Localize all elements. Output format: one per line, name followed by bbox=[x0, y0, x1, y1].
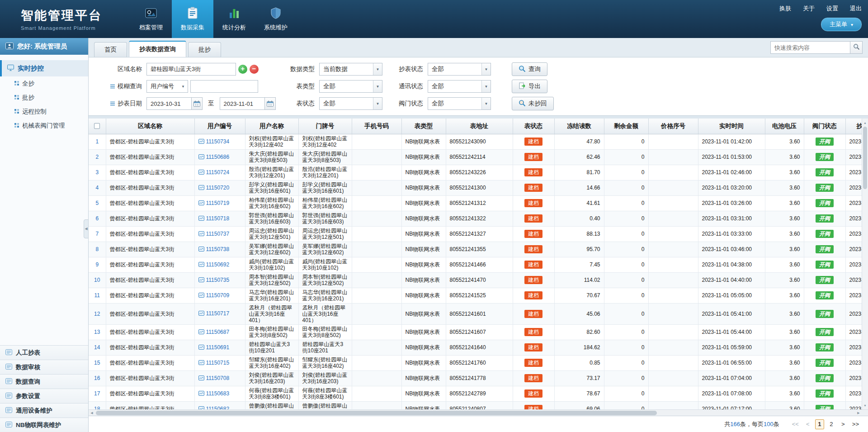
scroll-down-icon[interactable]: ▼ bbox=[862, 402, 868, 408]
user-no-link[interactable]: 11150687 bbox=[206, 329, 230, 335]
horizontal-scrollbar-thumb[interactable] bbox=[96, 411, 657, 415]
tab-batch-reading[interactable]: 批抄 bbox=[188, 42, 221, 57]
scroll-left-icon[interactable]: ◀ bbox=[89, 410, 95, 416]
table-row[interactable]: 5曾都区-碧桂园翠山蓝天3街11150719柏伟星(碧桂园翠山蓝天3街16座60… bbox=[89, 195, 862, 211]
sidebar-item-device-maintenance[interactable]: 通用设备维护 bbox=[0, 403, 88, 418]
cell-user-no[interactable]: 11150724 bbox=[194, 165, 245, 180]
remove-area-button[interactable]: − bbox=[250, 65, 259, 74]
cell-user-no[interactable]: 11150738 bbox=[194, 242, 245, 257]
calendar-icon[interactable] bbox=[265, 97, 276, 110]
prev-page-button[interactable]: < bbox=[803, 419, 812, 429]
calendar-icon[interactable] bbox=[192, 97, 203, 110]
scroll-right-icon[interactable]: ▶ bbox=[855, 410, 862, 416]
user-no-link[interactable]: 11150683 bbox=[206, 390, 230, 397]
table-row[interactable]: 8曾都区-碧桂园翠山蓝天3街11150738吴军娜(碧桂园翠山蓝天3街12座60… bbox=[89, 242, 862, 257]
table-row[interactable]: 6曾都区-碧桂园翠山蓝天3街11150718郭世强(碧桂园翠山蓝天3街16座60… bbox=[89, 211, 862, 226]
table-row[interactable]: 7曾都区-碧桂园翠山蓝天3街11150737周运忠(碧桂园翠山蓝天3街12座50… bbox=[89, 226, 862, 242]
user-no-link[interactable]: 11150682 bbox=[206, 406, 230, 410]
sidebar-item-data-review[interactable]: 数据审核 bbox=[0, 360, 88, 374]
cell-user-no[interactable]: 11150683 bbox=[194, 386, 245, 401]
cell-user-no[interactable]: 11150719 bbox=[194, 195, 245, 211]
search-button[interactable] bbox=[850, 41, 863, 54]
cell-user-no[interactable]: 11150692 bbox=[194, 257, 245, 272]
sidebar-item-remote-control[interactable]: 远程控制 bbox=[0, 104, 88, 119]
cell-user-no[interactable]: 11150691 bbox=[194, 340, 245, 355]
table-row[interactable]: 4曾都区-碧桂园翠山蓝天3街11150720彭学义(碧桂园翠山蓝天3街16座60… bbox=[89, 180, 862, 195]
data-type-select[interactable]: 当前数据 ▼ bbox=[319, 63, 382, 76]
read-status-select[interactable]: 全部 ▼ bbox=[428, 63, 491, 76]
about-link[interactable]: 关于 bbox=[803, 5, 815, 13]
export-button[interactable]: 导出 bbox=[512, 80, 547, 93]
main-menu-button[interactable]: 主菜单 ▾ bbox=[821, 18, 862, 31]
table-row[interactable]: 2曾都区-碧桂园翠山蓝天3街11150686朱大庆(碧桂园翠山蓝天3街8座503… bbox=[89, 149, 862, 165]
nav-statistics[interactable]: 统计分析 bbox=[213, 0, 255, 38]
cell-user-no[interactable]: 11150687 bbox=[194, 324, 245, 340]
table-row[interactable]: 12曾都区-碧桂园翠山蓝天3街11150717孟秋月（碧桂园翠山蓝天3街16座4… bbox=[89, 303, 862, 324]
user-no-link[interactable]: 11150720 bbox=[206, 185, 230, 191]
user-no-link[interactable]: 11150738 bbox=[206, 246, 230, 252]
sidebar-item-realtime-reading[interactable]: 实时抄控 bbox=[0, 60, 88, 76]
user-no-link[interactable]: 11150715 bbox=[206, 360, 230, 366]
cell-user-no[interactable]: 11150686 bbox=[194, 149, 245, 165]
cell-user-no[interactable]: 11150737 bbox=[194, 226, 245, 242]
first-page-button[interactable]: << bbox=[790, 419, 801, 429]
table-row[interactable]: 10曾都区-碧桂园翠山蓝天3街11150735周本智(碧桂园翠山蓝天3街12座5… bbox=[89, 272, 862, 288]
select-all-header[interactable] bbox=[89, 119, 106, 134]
nav-archive-management[interactable]: 档案管理 bbox=[130, 0, 172, 38]
user-no-link[interactable]: 11150718 bbox=[206, 215, 230, 222]
date-from-input[interactable] bbox=[146, 97, 192, 110]
cell-user-no[interactable]: 11150715 bbox=[194, 355, 245, 370]
cell-user-no[interactable]: 11150709 bbox=[194, 288, 245, 303]
valve-status-select[interactable]: 全部 ▼ bbox=[428, 97, 491, 110]
table-row[interactable]: 1曾都区-碧桂园翠山蓝天3街11150734刘权(碧桂园翠山蓝天3街12座402… bbox=[89, 134, 862, 149]
settings-link[interactable]: 设置 bbox=[826, 5, 838, 13]
logout-link[interactable]: 退出 bbox=[850, 5, 862, 13]
table-row[interactable]: 16曾都区-碧桂园翠山蓝天3街11150708刘俊(碧桂园翠山蓝天3街16座20… bbox=[89, 370, 862, 386]
page-button-1[interactable]: 1 bbox=[815, 419, 824, 429]
change-skin-link[interactable]: 换肤 bbox=[779, 5, 791, 13]
table-row[interactable]: 3曾都区-碧桂园翠山蓝天3街11150724殷浩(碧桂园翠山蓝天3街12座201… bbox=[89, 165, 862, 180]
table-row[interactable]: 11曾都区-碧桂园翠山蓝天3街11150709马志华(碧桂园翠山蓝天3街16座2… bbox=[89, 288, 862, 303]
table-row[interactable]: 15曾都区-碧桂园翠山蓝天3街11150715邹耀东(碧桂园翠山蓝天3街16座4… bbox=[89, 355, 862, 370]
select-all-checkbox[interactable] bbox=[94, 123, 100, 129]
user-no-link[interactable]: 11150737 bbox=[206, 231, 230, 237]
add-area-button[interactable]: + bbox=[238, 65, 247, 74]
sidebar-item-parameter-settings[interactable]: 参数设置 bbox=[0, 389, 88, 403]
horizontal-scrollbar[interactable]: ◀ ▶ bbox=[89, 409, 868, 416]
user-no-link[interactable]: 11150691 bbox=[206, 344, 230, 351]
user-no-link[interactable]: 11150735 bbox=[206, 277, 230, 283]
quick-search-input[interactable] bbox=[770, 41, 850, 54]
cell-user-no[interactable]: 11150708 bbox=[194, 370, 245, 386]
sidebar-item-batch-reading[interactable]: 批抄 bbox=[0, 90, 88, 104]
date-to-input[interactable] bbox=[220, 97, 265, 110]
meter-type-select[interactable]: 全部 ▼ bbox=[319, 80, 382, 93]
table-row[interactable]: 17曾都区-碧桂园翠山蓝天3街11150683何薇(碧桂园翠山蓝天3街8座3楼6… bbox=[89, 386, 862, 401]
tab-meter-data-query[interactable]: 抄表数据查询 bbox=[129, 41, 186, 57]
user-no-link[interactable]: 11150717 bbox=[206, 310, 230, 317]
user-no-link[interactable]: 11150719 bbox=[206, 200, 230, 206]
next-page-button[interactable]: > bbox=[839, 419, 848, 429]
fuzzy-field-select[interactable]: 用户编号 ▼ bbox=[146, 80, 188, 93]
scroll-up-icon[interactable]: ▲ bbox=[862, 119, 868, 126]
user-no-link[interactable]: 11150709 bbox=[206, 292, 230, 299]
nav-system-maintenance[interactable]: 系统维护 bbox=[255, 0, 297, 38]
page-button-2[interactable]: 2 bbox=[827, 419, 836, 429]
last-page-button[interactable]: >> bbox=[850, 419, 861, 429]
cell-user-no[interactable]: 11150734 bbox=[194, 134, 245, 149]
table-row[interactable]: 13曾都区-碧桂园翠山蓝天3街11150687田冬梅(碧桂园翠山蓝天3街8座50… bbox=[89, 324, 862, 340]
table-row[interactable]: 9曾都区-碧桂园翠山蓝天3街11150692戚尚(碧桂园翠山蓝天3街10座102… bbox=[89, 257, 862, 272]
user-no-link[interactable]: 11150692 bbox=[206, 261, 230, 268]
meter-status-select[interactable]: 全部 ▼ bbox=[319, 97, 382, 110]
comm-status-select[interactable]: 全部 ▼ bbox=[428, 80, 491, 93]
user-no-link[interactable]: 11150724 bbox=[206, 169, 230, 176]
sidebar-item-manual-reading[interactable]: 人工抄表 bbox=[0, 345, 88, 360]
fuzzy-query-input[interactable] bbox=[190, 80, 258, 93]
table-row[interactable]: 18曾都区-碧桂园翠山蓝天3街11150682曾鹏傲(碧桂园翠山蓝天3街8座30… bbox=[89, 401, 862, 409]
query-button[interactable]: 查询 bbox=[512, 62, 547, 76]
sidebar-item-nb-iot-maintenance[interactable]: NB物联网表维护 bbox=[0, 418, 88, 432]
sidebar-item-mechanical-valve[interactable]: 机械表阀门管理 bbox=[0, 119, 88, 133]
nav-data-collection[interactable]: 数据采集 bbox=[172, 0, 213, 38]
tab-home[interactable]: 首页 bbox=[94, 42, 127, 57]
user-no-link[interactable]: 11150708 bbox=[206, 375, 230, 381]
cell-user-no[interactable]: 11150735 bbox=[194, 272, 245, 288]
